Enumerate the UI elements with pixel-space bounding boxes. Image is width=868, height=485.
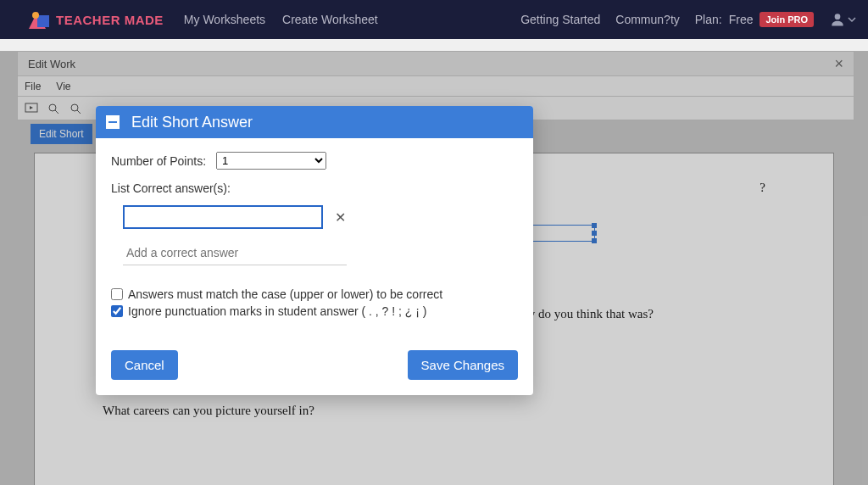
nav-create-worksheet[interactable]: Create Worksheet [282, 13, 378, 26]
modal-header: Edit Short Answer [96, 106, 533, 138]
modal-title: Edit Short Answer [131, 114, 253, 131]
user-icon [829, 11, 846, 28]
svg-point-5 [49, 104, 56, 111]
ignore-punct-label: Ignore punctuation marks in student answ… [128, 304, 427, 318]
edit-short-tab[interactable]: Edit Short [31, 124, 92, 144]
top-nav: TEACHER MADE My Worksheets Create Worksh… [0, 0, 868, 39]
collapse-icon[interactable] [106, 115, 120, 129]
present-icon[interactable] [25, 102, 38, 115]
page-title: Edit Work [28, 58, 75, 70]
join-pro-badge[interactable]: Join PRO [760, 12, 814, 27]
chevron-down-icon [848, 15, 856, 24]
brand-logo[interactable]: TEACHER MADE [29, 10, 164, 29]
zoom-out-icon[interactable] [69, 102, 82, 115]
plan-label: Plan: [695, 13, 722, 26]
menubar: File Vie [17, 76, 854, 97]
nav-getting-started[interactable]: Getting Started [520, 13, 600, 26]
svg-point-3 [835, 14, 841, 20]
svg-point-7 [71, 104, 78, 111]
svg-point-2 [32, 12, 39, 19]
logo-text: TEACHER MADE [56, 13, 164, 27]
ignore-punct-checkbox[interactable] [111, 305, 123, 317]
nav-my-worksheets[interactable]: My Worksheets [184, 13, 265, 26]
cancel-button[interactable]: Cancel [111, 350, 178, 380]
case-match-checkbox[interactable] [111, 288, 123, 300]
add-answer-input[interactable] [123, 242, 347, 265]
plan-value: Free [729, 13, 754, 26]
resize-handle[interactable] [592, 223, 597, 228]
doc-paragraph: What careers can you picture yourself in… [103, 402, 765, 419]
close-icon[interactable]: × [834, 55, 843, 73]
points-label: Number of Points: [111, 154, 206, 168]
svg-line-8 [77, 110, 81, 114]
modal-footer: Cancel Save Changes [96, 342, 533, 395]
svg-line-6 [55, 110, 58, 114]
plan-group: Plan: Free Join PRO [695, 12, 814, 27]
app-body: Edit Work × File Vie Edit Short ? What c… [0, 51, 868, 485]
resize-handle[interactable] [592, 238, 597, 243]
zoom-in-icon[interactable] [47, 102, 60, 115]
modal-body: Number of Points: 1 List Correct answer(… [96, 138, 533, 342]
menu-file[interactable]: File [25, 81, 41, 92]
svg-rect-1 [37, 15, 49, 27]
menu-view[interactable]: Vie [56, 81, 70, 92]
user-menu[interactable] [829, 11, 856, 28]
ignore-punct-row[interactable]: Ignore punctuation marks in student answ… [111, 304, 518, 318]
case-match-row[interactable]: Answers must match the case (upper or lo… [111, 287, 518, 301]
save-changes-button[interactable]: Save Changes [408, 350, 518, 380]
list-answers-label: List Correct answer(s): [111, 181, 518, 195]
case-match-label: Answers must match the case (upper or lo… [128, 287, 442, 301]
nav-community[interactable]: Commun?ty [615, 13, 679, 26]
resize-handle[interactable] [592, 231, 597, 236]
page-header: Edit Work × [17, 51, 854, 76]
points-select[interactable]: 1 [216, 152, 326, 170]
remove-answer-icon[interactable]: ✕ [335, 209, 346, 226]
logo-icon [29, 10, 51, 29]
correct-answer-input[interactable] [123, 205, 323, 229]
edit-short-answer-modal: Edit Short Answer Number of Points: 1 Li… [96, 106, 533, 395]
